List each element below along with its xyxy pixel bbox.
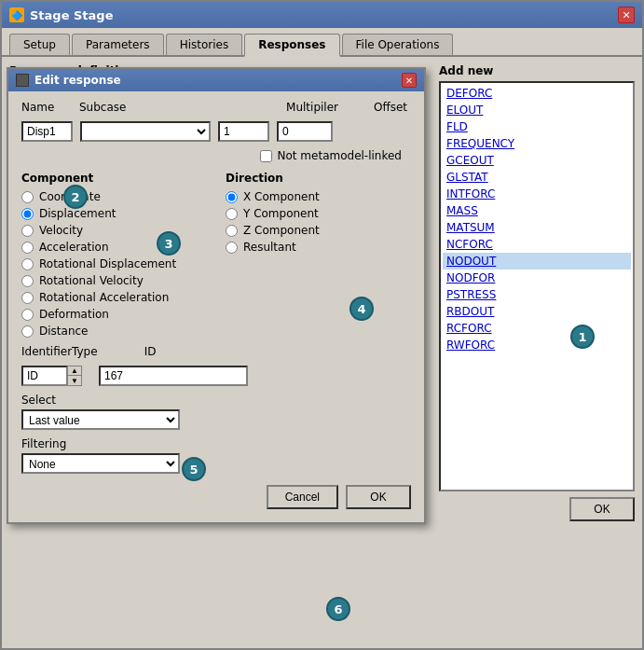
name-subcase-row: Name Subcase Multipiler Offset	[21, 101, 411, 114]
list-item-rcforc[interactable]: RCFORC	[443, 320, 631, 337]
list-item-mass[interactable]: MASS	[443, 202, 631, 219]
list-item-glstat[interactable]: GLSTAT	[443, 169, 631, 186]
name-input[interactable]	[21, 121, 73, 142]
dialog-title-bar: Edit response ✕	[8, 69, 424, 91]
direction-resultant[interactable]: Resultant	[226, 241, 411, 254]
direction-radio-group: X Component Y Component Z Component	[226, 190, 411, 254]
main-window: 🔷 Stage Stage ✕ Setup Parameters Histori…	[0, 0, 644, 650]
callout-4: 4	[349, 297, 374, 321]
id-type-input[interactable]	[21, 366, 68, 386]
tab-parameters[interactable]: Parameters	[72, 34, 164, 55]
tab-histories[interactable]: Histories	[166, 34, 243, 55]
dialog-icon	[16, 74, 29, 87]
component-rotational-acceleration[interactable]: Rotational Acceleration	[21, 291, 207, 304]
spinner-up-arrow[interactable]: ▲	[68, 366, 81, 376]
list-item-fld[interactable]: FLD	[443, 118, 631, 135]
left-panel: Response definitions Edit response ✕ Nam…	[9, 64, 432, 621]
list-item-frequency[interactable]: FREQUENCY	[443, 135, 631, 152]
component-rotational-displacement[interactable]: Rotational Displacement	[21, 257, 207, 270]
content-area: Response definitions Edit response ✕ Nam…	[2, 57, 642, 629]
list-item-deforc[interactable]: DEFORC	[443, 85, 631, 102]
list-item-gceout[interactable]: GCEOUT	[443, 152, 631, 169]
select-label: Select	[21, 394, 411, 407]
close-button[interactable]: ✕	[618, 7, 635, 23]
component-rotational-velocity[interactable]: Rotational Velocity	[21, 274, 207, 287]
callout-3: 3	[157, 231, 181, 256]
not-metamodel-checkbox[interactable]	[260, 150, 272, 162]
not-metamodel-label: Not metamodel-linked	[278, 149, 402, 162]
component-title: Component	[21, 172, 207, 185]
identifier-row: IdentifierType ID	[21, 345, 411, 358]
metamodel-row: Not metamodel-linked	[21, 149, 411, 162]
list-item-ncforc[interactable]: NCFORC	[443, 236, 631, 253]
filtering-row: Filtering None Low pass High pass	[21, 437, 411, 474]
list-item-matsum[interactable]: MATSUM	[443, 219, 631, 236]
right-panel-ok-area: OK	[439, 497, 635, 521]
window-title: Stage Stage	[30, 8, 113, 22]
add-new-label: Add new	[439, 64, 635, 77]
direction-x[interactable]: X Component	[226, 190, 411, 203]
tab-file-operations[interactable]: File Operations	[342, 34, 454, 55]
ok-button[interactable]: OK	[346, 485, 411, 509]
tab-responses[interactable]: Responses	[244, 34, 339, 57]
list-item-intforc[interactable]: INTFORC	[443, 186, 631, 202]
callout-5: 5	[182, 457, 206, 481]
id-value-input[interactable]	[99, 366, 248, 386]
list-item-rbdout[interactable]: RBDOUT	[443, 303, 631, 320]
direction-title: Direction	[226, 172, 411, 185]
subcase-label: Subcase	[79, 101, 126, 114]
list-item-nodout[interactable]: NODOUT	[443, 253, 631, 270]
values-row	[21, 121, 411, 142]
tab-bar: Setup Parameters Histories Responses Fil…	[2, 28, 642, 57]
callout-6: 6	[326, 597, 350, 621]
name-label: Name	[21, 101, 59, 114]
tab-setup[interactable]: Setup	[9, 34, 70, 55]
component-section: Component Coordinate Displacement	[21, 172, 207, 338]
direction-section: Direction X Component Y Component	[226, 172, 411, 338]
id-type-spinner: ▲ ▼	[21, 366, 82, 386]
list-item-rwforc[interactable]: RWFORC	[443, 337, 631, 353]
window-icon: 🔷	[9, 7, 24, 22]
dialog-buttons: Cancel OK	[21, 485, 411, 509]
component-radio-group: Coordinate Displacement Velocity	[21, 190, 207, 338]
direction-z[interactable]: Z Component	[226, 224, 411, 237]
component-displacement[interactable]: Displacement	[21, 207, 207, 220]
id-label: ID	[144, 345, 157, 358]
select-row: Select Last value Max Min Mean	[21, 394, 411, 430]
spinner-down-arrow[interactable]: ▼	[68, 376, 81, 385]
filtering-label: Filtering	[21, 437, 411, 450]
response-list: DEFORC ELOUT FLD FREQUENCY GCEOUT GLSTAT…	[439, 81, 635, 491]
right-panel: Add new DEFORC ELOUT FLD FREQUENCY GCEOU…	[439, 64, 635, 621]
dialog-close-button[interactable]: ✕	[402, 73, 417, 88]
component-coordinate[interactable]: Coordinate	[21, 190, 207, 203]
callout-2: 2	[63, 185, 88, 209]
list-item-pstress[interactable]: PSTRESS	[443, 286, 631, 303]
offset-input[interactable]	[277, 121, 333, 142]
offset-label: Offset	[374, 101, 411, 114]
dialog-title: Edit response	[34, 74, 121, 87]
list-item-elout[interactable]: ELOUT	[443, 102, 631, 118]
list-item-nodfor[interactable]: NODFOR	[443, 270, 631, 286]
multiplier-input[interactable]	[218, 121, 269, 142]
component-distance[interactable]: Distance	[21, 325, 207, 338]
subcase-select[interactable]	[80, 121, 211, 142]
direction-y[interactable]: Y Component	[226, 207, 411, 220]
title-bar: 🔷 Stage Stage ✕	[2, 2, 642, 28]
edit-response-dialog: Edit response ✕ Name Subcase Multipiler …	[7, 67, 426, 524]
right-ok-button[interactable]: OK	[569, 497, 635, 521]
select-dropdown[interactable]: Last value Max Min Mean	[21, 409, 180, 430]
component-velocity[interactable]: Velocity	[21, 224, 207, 237]
filtering-dropdown[interactable]: None Low pass High pass	[21, 453, 180, 474]
identifier-values-row: ▲ ▼	[21, 366, 411, 386]
cancel-button[interactable]: Cancel	[267, 485, 338, 509]
callout-1: 1	[570, 325, 595, 349]
multiplier-label: Multipiler	[286, 101, 338, 114]
identifier-type-label: IdentifierType	[21, 345, 98, 358]
component-deformation[interactable]: Deformation	[21, 308, 207, 321]
